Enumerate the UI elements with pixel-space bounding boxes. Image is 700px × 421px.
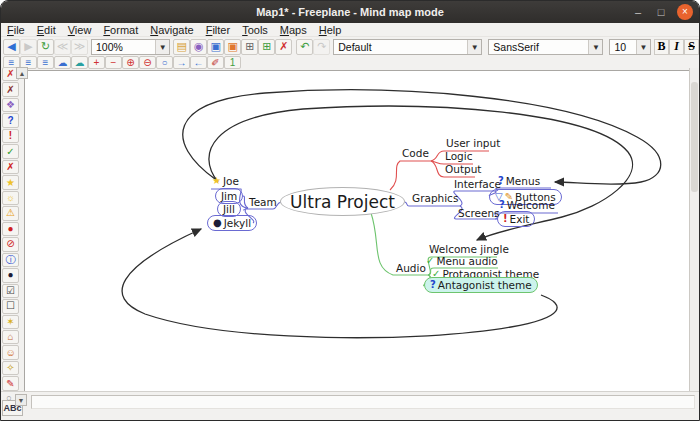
connector-joe-to-menus[interactable] (183, 90, 661, 184)
node-audio[interactable]: Audio (396, 262, 426, 274)
unchecked-icon[interactable]: ☐ (2, 299, 19, 313)
star-icon[interactable]: ★ (2, 175, 19, 189)
cloud-icon[interactable]: ☁ (54, 56, 71, 69)
node-welcome-jingle[interactable]: Welcome jingle (429, 243, 509, 255)
node-interface[interactable]: Interface (454, 178, 501, 190)
save-as-icon[interactable]: ▣ (224, 39, 241, 55)
previous-map-icon[interactable]: ≪ (54, 39, 71, 55)
cancel-icon[interactable]: ✗ (2, 160, 19, 174)
italic-button[interactable]: I (669, 39, 684, 55)
menu-file[interactable]: File (1, 24, 31, 36)
scrollbar-thumb[interactable] (691, 82, 698, 192)
title-bar[interactable]: Map1* - Freeplane - Mind map mode – □ × (1, 1, 699, 23)
refresh-icon[interactable]: ↻ (37, 39, 54, 55)
chevron-down-icon[interactable]: ▼ (588, 40, 602, 54)
close-map-icon[interactable]: ✗ (275, 39, 292, 55)
maximize-button[interactable]: □ (654, 6, 668, 18)
print-preview-icon[interactable]: ⊞ (258, 39, 275, 55)
chevron-down-icon[interactable]: ▼ (467, 40, 481, 54)
info-icon[interactable]: ⓘ (2, 253, 19, 267)
wizard-icon[interactable]: ✶ (2, 315, 19, 329)
bomb-icon[interactable]: ● (2, 268, 19, 282)
print-icon[interactable]: ⊞ (241, 39, 258, 55)
properties-icon[interactable]: ◉ (190, 39, 207, 55)
node-menus[interactable]: ?Menus (498, 175, 540, 187)
bold-button[interactable]: B (654, 39, 669, 55)
menu-view[interactable]: View (62, 24, 98, 36)
cloud-color-icon[interactable]: ☁ (71, 56, 88, 69)
menu-tools[interactable]: Tools (236, 24, 274, 36)
node-root[interactable]: Ultra Project (280, 187, 405, 216)
calendar-icon[interactable]: 1 (224, 56, 241, 69)
remove-all-icons-icon[interactable]: ✗ (2, 82, 19, 96)
vertical-scrollbar[interactable] (689, 68, 699, 392)
save-icon[interactable]: ▣ (207, 39, 224, 55)
connector-joe-to-welcome-jingle[interactable] (209, 106, 633, 240)
redo-icon[interactable]: ↷ (313, 39, 330, 55)
minimize-button[interactable]: – (631, 6, 645, 18)
next-map-icon[interactable]: ≫ (71, 39, 88, 55)
find-icon[interactable]: ○ (156, 56, 173, 69)
font-combobox[interactable]: SansSerif ▼ (488, 39, 603, 55)
idea-icon[interactable]: ☼ (2, 191, 19, 205)
node-output[interactable]: Output (445, 163, 481, 175)
magnify-in-icon[interactable]: ⊕ (122, 56, 139, 69)
menu-format[interactable]: Format (97, 24, 144, 36)
zoom-combobox[interactable]: 100% ▼ (91, 39, 170, 55)
strikethrough-button[interactable]: S (684, 39, 699, 55)
key-icon[interactable]: ✧ (2, 361, 19, 375)
save-icon: ▣ (211, 41, 221, 52)
node-code[interactable]: Code (402, 147, 429, 159)
menu-maps[interactable]: Maps (274, 24, 313, 36)
person-icon[interactable]: ☺ (2, 345, 19, 359)
stop-icon[interactable]: ● (2, 222, 19, 236)
connector-add-icon[interactable]: + (88, 56, 105, 69)
pencil-icon[interactable]: ✎ (2, 376, 19, 390)
menu-help[interactable]: Help (313, 24, 348, 36)
open-folder-icon[interactable]: ▤ (173, 39, 190, 55)
undo-icon[interactable]: ↶ (296, 39, 313, 55)
important-icon[interactable]: ! (2, 129, 19, 143)
home-icon[interactable]: ⌂ (2, 330, 19, 344)
wizard-icon: ✶ (6, 317, 14, 327)
magnify-out-icon[interactable]: ⊖ (139, 56, 156, 69)
warning-icon[interactable]: ⚠ (2, 206, 19, 220)
forward-icon[interactable]: ▶ (20, 39, 37, 55)
node-exit[interactable]: !Exit (497, 211, 535, 227)
highlight-icon[interactable]: ✐ (207, 56, 224, 69)
node-menu-audio[interactable]: ✓Menu audio (426, 255, 498, 267)
help-icon[interactable]: ? (2, 113, 19, 127)
help-icon: ? (7, 116, 13, 126)
node-label: Exit (510, 213, 530, 225)
icon-toolbar-scroll-down[interactable]: ▼ (15, 394, 27, 406)
chevron-down-icon[interactable]: ▼ (636, 40, 650, 54)
node-welcome[interactable]: ?Welcome (499, 199, 555, 211)
menu-filter[interactable]: Filter (200, 24, 236, 36)
back-icon[interactable]: ◀ (3, 39, 20, 55)
chevron-down-icon[interactable]: ▼ (155, 40, 169, 54)
menu-edit[interactable]: Edit (31, 24, 62, 36)
node-screens[interactable]: Screens (458, 207, 500, 219)
style-combobox[interactable]: Default ▼ (333, 39, 482, 55)
checked-icon[interactable]: ☑ (2, 284, 19, 298)
ok-icon[interactable]: ✓ (2, 144, 19, 158)
node-joe[interactable]: ★Joe (212, 175, 239, 187)
node-logic[interactable]: Logic (445, 150, 472, 162)
icon-toolbar-scroll-up[interactable]: ▲ (16, 67, 28, 79)
unfold-one-level-icon[interactable]: ≡ (37, 56, 54, 69)
goto-previous-icon[interactable]: ← (190, 56, 207, 69)
node-jekyll[interactable]: ●Jekyll (207, 215, 257, 231)
node-antagonist-theme[interactable]: ?Antagonist theme (424, 277, 538, 293)
main-toolbar: ◀▶↻≪≫ 100% ▼ ▤◉▣▣⊞⊞✗ ↶↷ Default ▼ SansSe… (1, 36, 699, 56)
goto-next-icon[interactable]: → (173, 56, 190, 69)
icons-package-icon[interactable]: ❖ (2, 98, 19, 112)
node-graphics[interactable]: Graphics (412, 192, 458, 204)
map-canvas[interactable]: Ultra ProjectTeam★JoeJimJill●JekyllCodeU… (25, 71, 692, 394)
close-button[interactable]: × (677, 4, 693, 20)
prohibited-icon[interactable]: ⊘ (2, 237, 19, 251)
node-user-input[interactable]: User input (446, 137, 500, 149)
connector-remove-icon[interactable]: − (105, 56, 122, 69)
menu-navigate[interactable]: Navigate (144, 24, 199, 36)
node-team[interactable]: Team (249, 196, 277, 208)
font-size-combobox[interactable]: 10 ▼ (609, 39, 651, 55)
